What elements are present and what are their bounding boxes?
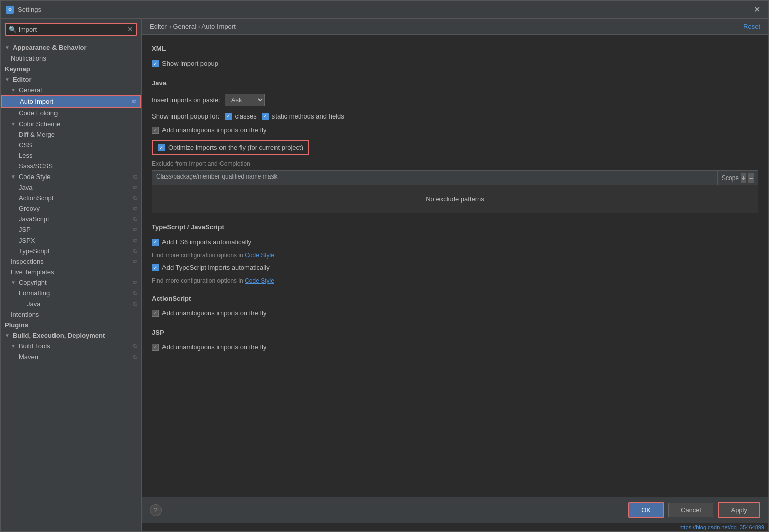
- reset-link[interactable]: Reset: [743, 23, 760, 30]
- sidebar-item-plugins[interactable]: Plugins: [1, 320, 141, 330]
- breadcrumb-bar: Editor › General › Auto Import Reset: [142, 19, 768, 35]
- sidebar-item-auto-import[interactable]: Auto Import ⧉: [1, 95, 141, 108]
- sidebar-item-label: Sass/SCSS: [19, 162, 53, 170]
- sidebar-item-label: CSS: [19, 141, 32, 149]
- sidebar-item-label: Live Templates: [11, 268, 54, 276]
- sidebar-item-cs-typescript[interactable]: TypeScript ⧉: [1, 246, 141, 256]
- sidebar-item-general[interactable]: ▼ General: [1, 85, 141, 95]
- sidebar-item-label: TypeScript: [19, 247, 49, 255]
- sidebar-item-cs-javascript[interactable]: JavaScript ⧉: [1, 214, 141, 224]
- remove-exclude-button[interactable]: −: [748, 173, 754, 183]
- sidebar-item-copyright[interactable]: ▼ Copyright ⧉: [1, 277, 141, 288]
- sidebar-item-intentions[interactable]: Intentions: [1, 309, 141, 320]
- actionscript-section: ActionScript Add unambiguous imports on …: [152, 294, 758, 319]
- search-box: 🔍 ✕: [1, 19, 141, 40]
- sidebar-item-label: Keymap: [5, 65, 30, 73]
- search-clear-icon[interactable]: ✕: [127, 25, 133, 33]
- es6-checkbox[interactable]: [152, 239, 159, 246]
- ts-checkbox[interactable]: [152, 264, 159, 271]
- copy-icon: ⧉: [133, 173, 137, 180]
- arrow-icon: ▼: [5, 45, 10, 50]
- show-import-popup-for-label: Show import popup for:: [152, 112, 219, 120]
- sidebar-item-label: Groovy: [19, 205, 40, 212]
- insert-imports-dropdown[interactable]: Ask Always Never: [225, 94, 265, 106]
- copy-icon: ⧉: [133, 184, 137, 191]
- sidebar-item-sass[interactable]: Sass/SCSS: [1, 161, 141, 171]
- footer: ? OK Cancel Apply: [142, 497, 768, 523]
- xml-section: XML Show import popup: [152, 45, 758, 69]
- help-button[interactable]: ?: [150, 504, 162, 516]
- exclude-section: Exclude from Import and Completion Class…: [152, 160, 758, 213]
- exclude-col1-header: Class/package/member qualified name mask: [152, 171, 718, 185]
- sidebar-item-appearance[interactable]: ▼ Appearance & Behavior: [1, 42, 141, 53]
- optimize-imports-checkbox[interactable]: [158, 144, 165, 151]
- insert-imports-label: Insert imports on paste:: [152, 96, 221, 104]
- sidebar-item-label: Maven: [19, 353, 38, 361]
- optimize-imports-label: Optimize imports on the fly (for current…: [168, 144, 303, 151]
- sidebar-item-editor[interactable]: ▼ Editor: [1, 74, 141, 85]
- sidebar-item-label: Build Tools: [19, 342, 50, 350]
- search-icon: 🔍: [9, 26, 17, 33]
- add-exclude-button[interactable]: +: [741, 173, 746, 183]
- sidebar-item-inspections[interactable]: Inspections ⧉: [1, 256, 141, 267]
- window-title: Settings: [18, 6, 41, 13]
- sidebar-item-notifications[interactable]: Notifications: [1, 53, 141, 64]
- sidebar-item-live-templates[interactable]: Live Templates: [1, 267, 141, 277]
- sidebar-item-less[interactable]: Less: [1, 150, 141, 161]
- show-import-popup-checkbox-wrap: Show import popup: [152, 60, 218, 67]
- sidebar-item-color-scheme[interactable]: ▼ Color Scheme: [1, 119, 141, 129]
- sidebar-item-cs-jspx[interactable]: JSPX ⧉: [1, 235, 141, 246]
- sidebar-item-fmt-java[interactable]: Java ⧉: [1, 299, 141, 309]
- cancel-button[interactable]: Cancel: [668, 503, 713, 517]
- classes-checkbox[interactable]: [225, 113, 232, 120]
- insert-imports-row: Insert imports on paste: Ask Always Neve…: [152, 92, 758, 108]
- es6-checkbox-wrap: Add ES6 imports automatically: [152, 238, 251, 246]
- sidebar-item-label: Appearance & Behavior: [13, 44, 87, 51]
- sidebar-item-build-exec[interactable]: ▼ Build, Execution, Deployment: [1, 330, 141, 341]
- sidebar-item-label: Plugins: [5, 321, 28, 329]
- ts-code-style-link[interactable]: Code Style: [245, 277, 274, 284]
- sidebar-item-label: Diff & Merge: [19, 131, 55, 138]
- arrow-icon: ▼: [11, 174, 16, 180]
- show-import-popup-for-row: Show import popup for: classes static me…: [152, 112, 758, 120]
- exclude-table: Class/package/member qualified name mask…: [152, 170, 758, 213]
- java-section-header: Java: [152, 79, 758, 87]
- sidebar-item-cs-actionscript[interactable]: ActionScript ⧉: [1, 193, 141, 203]
- search-wrap: 🔍 ✕: [5, 23, 137, 36]
- add-unambiguous-checkbox[interactable]: [152, 127, 159, 134]
- sidebar-item-css[interactable]: CSS: [1, 140, 141, 150]
- sidebar-item-cs-jsp[interactable]: JSP ⧉: [1, 224, 141, 235]
- sidebar-item-cs-groovy[interactable]: Groovy ⧉: [1, 203, 141, 214]
- search-input[interactable]: [19, 26, 127, 33]
- exclude-col2-header: Scope + −: [718, 171, 758, 185]
- as-unambiguous-checkbox[interactable]: [152, 310, 159, 317]
- exclude-empty-label: No exclude patterns: [426, 195, 484, 203]
- sidebar-item-diff-merge[interactable]: Diff & Merge: [1, 129, 141, 140]
- ok-button[interactable]: OK: [628, 502, 664, 518]
- es6-code-style-link[interactable]: Code Style: [245, 252, 274, 259]
- show-import-popup-label: Show import popup: [162, 60, 218, 67]
- copy-icon: ⧉: [133, 248, 137, 254]
- sidebar-item-label: General: [19, 86, 42, 94]
- sidebar-item-label: Code Style: [19, 173, 51, 181]
- static-checkbox-wrap: static methods and fields: [262, 112, 344, 120]
- jsp-section-header: JSP: [152, 329, 758, 336]
- jsp-unambiguous-checkbox[interactable]: [152, 344, 159, 351]
- arrow-icon: ▼: [11, 280, 16, 285]
- apply-button[interactable]: Apply: [718, 502, 760, 518]
- sidebar-item-code-folding[interactable]: Code Folding: [1, 108, 141, 119]
- sidebar-item-label: Notifications: [11, 54, 46, 62]
- sidebar-item-build-tools[interactable]: ▼ Build Tools ⧉: [1, 341, 141, 351]
- scope-label: Scope: [722, 174, 739, 182]
- copy-icon: ⧉: [132, 98, 136, 105]
- es6-hint: Find more configuration options in Code …: [152, 252, 758, 259]
- sidebar-item-keymap[interactable]: Keymap: [1, 64, 141, 74]
- sidebar-item-maven[interactable]: Maven ⧉: [1, 351, 141, 362]
- sidebar-item-code-style[interactable]: ▼ Code Style ⧉: [1, 171, 141, 182]
- as-unambiguous-label: Add unambiguous imports on the fly: [162, 309, 266, 317]
- close-button[interactable]: ✕: [751, 4, 763, 15]
- show-import-popup-checkbox[interactable]: [152, 60, 159, 67]
- sidebar-item-formatting[interactable]: Formatting ⧉: [1, 288, 141, 299]
- sidebar-item-cs-java[interactable]: Java ⧉: [1, 182, 141, 193]
- static-checkbox[interactable]: [262, 113, 269, 120]
